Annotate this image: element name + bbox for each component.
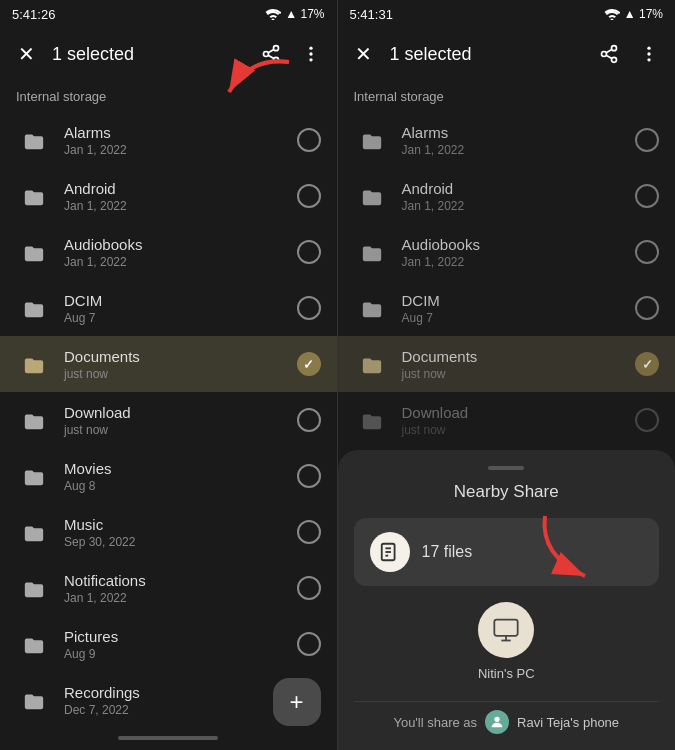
list-item[interactable]: Movies Aug 8: [0, 448, 337, 504]
file-date: just now: [402, 367, 636, 381]
file-checkbox[interactable]: [297, 632, 321, 656]
fab-button[interactable]: +: [273, 678, 321, 726]
file-list-left: Alarms Jan 1, 2022 Android Jan 1, 2022 A…: [0, 112, 337, 726]
file-checkbox-checked[interactable]: [635, 352, 659, 376]
folder-icon: [16, 402, 52, 438]
battery-text-left: ▲ 17%: [285, 7, 324, 21]
close-button-left[interactable]: ✕: [8, 36, 44, 72]
file-date: Sep 30, 2022: [64, 535, 297, 549]
file-checkbox-checked[interactable]: [297, 352, 321, 376]
folder-icon: [16, 234, 52, 270]
file-date: Jan 1, 2022: [402, 199, 636, 213]
list-item-selected[interactable]: Documents just now: [0, 336, 337, 392]
list-item[interactable]: Download just now: [338, 392, 676, 448]
file-checkbox[interactable]: [297, 576, 321, 600]
file-checkbox[interactable]: [635, 128, 659, 152]
file-item-info: DCIM Aug 7: [52, 292, 297, 325]
list-item[interactable]: Pictures Aug 9: [0, 616, 337, 672]
phone-name: Ravi Teja's phone: [517, 715, 619, 730]
file-name: Download: [64, 404, 297, 421]
file-checkbox[interactable]: [635, 184, 659, 208]
folder-icon: [16, 290, 52, 326]
list-item[interactable]: Android Jan 1, 2022: [0, 168, 337, 224]
nearby-device[interactable]: Nitin's PC: [478, 602, 535, 681]
folder-icon: [16, 458, 52, 494]
file-date: Aug 9: [64, 647, 297, 661]
list-item[interactable]: Android Jan 1, 2022: [338, 168, 676, 224]
file-date: Jan 1, 2022: [64, 591, 297, 605]
toolbar-title-left: 1 selected: [52, 44, 245, 65]
folder-icon: [354, 122, 390, 158]
toolbar-right: ✕ 1 selected: [338, 28, 676, 80]
list-item[interactable]: DCIM Aug 7: [338, 280, 676, 336]
list-item[interactable]: Audiobooks Jan 1, 2022: [0, 224, 337, 280]
list-item[interactable]: Music Sep 30, 2022: [0, 504, 337, 560]
list-item[interactable]: Alarms Jan 1, 2022: [338, 112, 676, 168]
svg-point-8: [647, 47, 650, 50]
red-arrow-left: [219, 52, 299, 116]
folder-icon: [354, 346, 390, 382]
drag-handle: [488, 466, 524, 470]
file-date: Aug 7: [402, 311, 636, 325]
file-name: Alarms: [402, 124, 636, 141]
file-name: Pictures: [64, 628, 297, 645]
folder-icon: [16, 346, 52, 382]
svg-point-10: [647, 58, 650, 61]
nearby-share-sheet: Nearby Share 17 files: [338, 450, 676, 750]
svg-line-7: [606, 49, 612, 52]
user-avatar: [485, 710, 509, 734]
file-name: Documents: [402, 348, 636, 365]
status-bar-left: 5:41:26 ▲ 17%: [0, 0, 337, 28]
file-checkbox[interactable]: [297, 128, 321, 152]
file-item-info: Download just now: [390, 404, 636, 437]
file-checkbox[interactable]: [297, 408, 321, 432]
status-time-left: 5:41:26: [12, 7, 55, 22]
file-checkbox[interactable]: [297, 240, 321, 264]
device-icon: [478, 602, 534, 658]
file-date: Jan 1, 2022: [64, 199, 297, 213]
file-item-info: Alarms Jan 1, 2022: [52, 124, 297, 157]
share-icon-right[interactable]: [591, 36, 627, 72]
folder-icon: [16, 178, 52, 214]
file-checkbox[interactable]: [635, 240, 659, 264]
file-item-info: Audiobooks Jan 1, 2022: [390, 236, 636, 269]
file-date: just now: [402, 423, 636, 437]
list-item[interactable]: Download just now: [0, 392, 337, 448]
list-item[interactable]: Alarms Jan 1, 2022: [0, 112, 337, 168]
file-date: Dec 7, 2022: [64, 703, 297, 717]
nearby-devices: Nitin's PC: [354, 602, 660, 681]
file-checkbox[interactable]: [297, 464, 321, 488]
file-checkbox[interactable]: [297, 520, 321, 544]
file-name: Alarms: [64, 124, 297, 141]
folder-icon: [354, 290, 390, 326]
close-button-right[interactable]: ✕: [346, 36, 382, 72]
folder-icon: [16, 514, 52, 550]
toolbar-icons-right: [591, 36, 667, 72]
file-name: Audiobooks: [402, 236, 636, 253]
list-item[interactable]: Notifications Jan 1, 2022: [0, 560, 337, 616]
svg-point-4: [309, 58, 312, 61]
drag-handle-container: [354, 466, 660, 470]
svg-point-2: [309, 47, 312, 50]
file-date: just now: [64, 367, 297, 381]
file-checkbox[interactable]: [635, 408, 659, 432]
file-name: Download: [402, 404, 636, 421]
file-item-info: Android Jan 1, 2022: [52, 180, 297, 213]
list-item-selected[interactable]: Documents just now: [338, 336, 676, 392]
file-item-info: Documents just now: [390, 348, 636, 381]
file-checkbox[interactable]: [635, 296, 659, 320]
more-icon-right[interactable]: [631, 36, 667, 72]
file-list-right: Alarms Jan 1, 2022 Android Jan 1, 2022: [338, 112, 676, 448]
file-checkbox[interactable]: [297, 296, 321, 320]
list-item[interactable]: Audiobooks Jan 1, 2022: [338, 224, 676, 280]
right-content: Alarms Jan 1, 2022 Android Jan 1, 2022: [338, 112, 676, 750]
file-checkbox[interactable]: [297, 184, 321, 208]
status-icons-left: ▲ 17%: [265, 7, 324, 21]
file-date: Jan 1, 2022: [402, 143, 636, 157]
svg-point-3: [309, 52, 312, 55]
wifi-icon-left: [265, 8, 281, 20]
files-icon: [370, 532, 410, 572]
svg-line-6: [606, 55, 612, 58]
list-item[interactable]: DCIM Aug 7: [0, 280, 337, 336]
file-item-info: Notifications Jan 1, 2022: [52, 572, 297, 605]
